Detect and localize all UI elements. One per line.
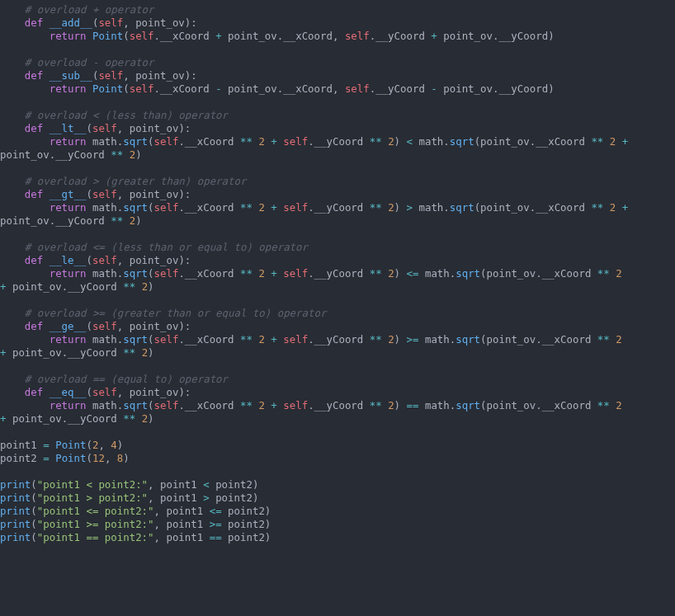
code-line: return Point(self.__xCoord - point_ov.__… [0, 82, 555, 95]
keyword-def: def [25, 16, 43, 29]
code-line: def __sub__(self, point_ov): [0, 69, 197, 82]
blank-line [0, 465, 6, 477]
code-line: point1 = Point(2, 4) [0, 439, 123, 451]
code-line: print("point1 > point2:", point1 > point… [0, 491, 258, 504]
code-line: print("point1 < point2:", point1 < point… [0, 478, 258, 491]
code-line: + point_ov.__yCoord ** 2) [0, 346, 154, 359]
comment: # overload + operator [25, 3, 154, 16]
blank-line [0, 43, 6, 55]
punct: , [123, 16, 135, 29]
code-line: def __lt__(self, point_ov): [0, 122, 191, 134]
code-line: # overload + operator [0, 3, 154, 16]
code-line: return math.sqrt(self.__xCoord ** 2 + se… [0, 399, 628, 411]
blank-line [0, 360, 6, 372]
code-line: return Point(self.__xCoord + point_ov.__… [0, 30, 555, 42]
code-line: point2 = Point(12, 8) [0, 452, 130, 464]
keyword-return: return [50, 30, 87, 42]
code-line: def __ge__(self, point_ov): [0, 320, 191, 332]
comment: # overload - operator [25, 56, 154, 68]
param: point_ov [135, 16, 185, 29]
code-line: # overload - operator [0, 56, 154, 68]
code-editor-viewport[interactable]: # overload + operator def __add__(self, … [0, 0, 675, 544]
self: self [98, 16, 123, 29]
code-line: # overload <= (less than or equal to) op… [0, 241, 308, 253]
code-line: return math.sqrt(self.__xCoord ** 2 + se… [0, 333, 628, 346]
code-line: print("point1 <= point2:", point1 <= poi… [0, 505, 271, 517]
call-point: Point [92, 30, 123, 42]
code-line: def __add__(self, point_ov): [0, 16, 197, 29]
code-line: point_ov.__yCoord ** 2) [0, 148, 142, 161]
code-line: + point_ov.__yCoord ** 2) [0, 412, 154, 425]
code-line: def __gt__(self, point_ov): [0, 188, 191, 200]
code-line: print("point1 == point2:", point1 == poi… [0, 531, 271, 543]
code-line: + point_ov.__yCoord ** 2) [0, 280, 154, 293]
method-name: __add__ [50, 16, 92, 29]
punct: ): [185, 16, 197, 29]
code-line: def __le__(self, point_ov): [0, 254, 191, 266]
code-line: return math.sqrt(self.__xCoord ** 2 + se… [0, 135, 635, 148]
blank-line [0, 162, 6, 174]
blank-line [0, 228, 6, 240]
code-line: return math.sqrt(self.__xCoord ** 2 + se… [0, 267, 628, 280]
blank-line [0, 294, 6, 306]
code-line: return math.sqrt(self.__xCoord ** 2 + se… [0, 201, 635, 214]
blank-line [0, 426, 6, 438]
code-line: # overload < (less than) operator [0, 109, 228, 121]
code-line: # overload >= (greater than or equal to)… [0, 307, 326, 319]
code-line: # overload > (greater than) operator [0, 175, 246, 187]
code-line: point_ov.__yCoord ** 2) [0, 214, 142, 227]
blank-line [0, 96, 6, 108]
code-line: def __eq__(self, point_ov): [0, 386, 191, 398]
code-line: # overload == (equal to) operator [0, 373, 228, 385]
code-line: print("point1 >= point2:", point1 >= poi… [0, 518, 271, 530]
